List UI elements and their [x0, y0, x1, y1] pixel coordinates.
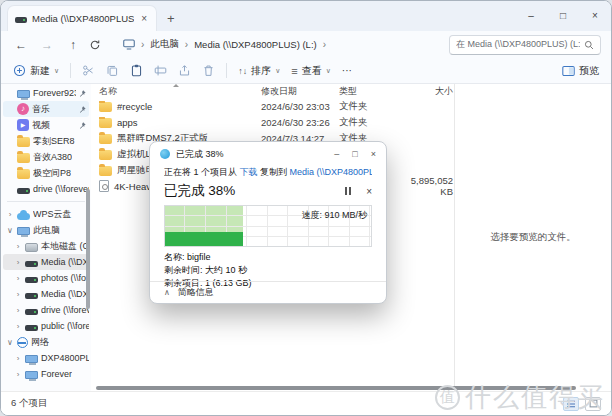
sidebar-item-dxp4800plus[interactable]: › DXP4800PLU: [3, 350, 89, 366]
file-date: 2024/6/30 23:03: [261, 101, 339, 112]
dialog-close-button[interactable]: ×: [371, 149, 376, 159]
sidebar-item-media-dxp-2[interactable]: › Media (\\DXP: [3, 286, 89, 302]
dialog-minimize-button[interactable]: –: [334, 149, 339, 159]
network-drive-icon: [25, 293, 38, 299]
new-button-label: 新建: [30, 64, 50, 78]
sidebar-item-forever923[interactable]: Forever923: [3, 85, 89, 101]
refresh-button[interactable]: [89, 39, 109, 51]
forward-button[interactable]: →: [37, 38, 57, 52]
sidebar-item-wps-cloud[interactable]: › WPS云盘: [3, 206, 89, 222]
horizontal-scrollbar[interactable]: [96, 386, 576, 390]
sidebar-divider: [7, 201, 85, 202]
new-tab-button[interactable]: +: [167, 11, 175, 26]
sort-button[interactable]: ↑↓ 排序 ∨: [238, 64, 280, 78]
sidebar-item-label: 网络: [31, 336, 49, 349]
sidebar-item-ser8[interactable]: 零刻SER8: [3, 133, 89, 149]
paste-button[interactable]: [130, 64, 143, 77]
source-folder-link[interactable]: 下载: [240, 167, 258, 177]
dialog-maximize-button[interactable]: □: [352, 149, 357, 159]
cut-button[interactable]: [82, 64, 95, 77]
search-input[interactable]: 在 Media (\\DXP4800PLUS) (L:) 中: [449, 35, 601, 55]
folder-icon: [99, 166, 112, 176]
sidebar-item-videos[interactable]: ▶ 视频: [3, 117, 89, 133]
tab-close-icon[interactable]: ×: [139, 13, 149, 24]
chevron-down-icon: ∨: [54, 67, 59, 75]
explorer-tab[interactable]: Media (\\DXP4800PLUS) (L:) ×: [7, 5, 157, 31]
chevron-down-icon[interactable]: ∨: [6, 226, 14, 235]
this-pc-icon: [123, 39, 135, 50]
up-button[interactable]: ↑: [63, 38, 83, 52]
column-header-date[interactable]: 修改日期: [261, 85, 339, 98]
chevron-right-icon[interactable]: ›: [14, 306, 22, 315]
share-button[interactable]: [178, 64, 191, 77]
close-button[interactable]: ×: [579, 1, 611, 29]
sidebar-item-local-disk-c[interactable]: › 本地磁盘 (C:): [3, 238, 89, 254]
column-header-type[interactable]: 类型: [339, 85, 401, 98]
copy-dialog-icon: [160, 149, 170, 159]
sidebar-item-label: Forever923: [33, 88, 76, 98]
breadcrumb-this-pc[interactable]: 此电脑: [150, 38, 179, 51]
pin-icon: [79, 106, 86, 113]
sidebar-item-p8[interactable]: 极空间P8: [3, 165, 89, 181]
sidebar-item-this-pc[interactable]: ∨ 此电脑: [3, 222, 89, 238]
search-placeholder: 在 Media (\\DXP4800PLUS) (L:) 中: [456, 38, 580, 51]
sidebar-item-network[interactable]: ∨ 网络: [3, 334, 89, 350]
details-view-button[interactable]: [563, 397, 579, 411]
chevron-right-icon: ›: [141, 39, 144, 50]
sort-ascending-icon: [173, 84, 179, 87]
sidebar-item-media-dxp-selected[interactable]: › Media (\\DXP: [3, 254, 89, 270]
chevron-right-icon[interactable]: ›: [14, 258, 22, 267]
breadcrumb-current[interactable]: Media (\\DXP4800PLUS) (L:): [194, 39, 317, 50]
chevron-right-icon[interactable]: ›: [6, 210, 14, 219]
chevron-right-icon[interactable]: ›: [14, 354, 22, 363]
sidebar-item-music[interactable]: ♪ 音乐: [3, 101, 89, 117]
sidebar-item-forever[interactable]: › Forever: [3, 366, 89, 382]
back-button[interactable]: ←: [11, 38, 31, 52]
file-date: 2024/6/30 23:26: [261, 117, 339, 128]
new-button[interactable]: 新建 ∨: [13, 64, 59, 78]
cancel-copy-button[interactable]: ×: [366, 186, 372, 197]
toolbar-separator: [226, 63, 227, 78]
maximize-button[interactable]: □: [547, 1, 579, 29]
large-icons-view-button[interactable]: [585, 397, 601, 411]
toolbar-separator: [70, 63, 71, 78]
copy-button[interactable]: [106, 64, 119, 77]
network-drive-icon: [25, 325, 38, 331]
sidebar-item-a380[interactable]: 音效A380: [3, 149, 89, 165]
items-count: 6 个项目: [11, 397, 47, 410]
chevron-right-icon[interactable]: ›: [14, 322, 22, 331]
preview-toggle-button[interactable]: 预览: [562, 64, 599, 78]
sidebar-item-photos[interactable]: › photos (\\fore: [3, 270, 89, 286]
sidebar-item-drive-2[interactable]: › drive (\\forev: [3, 302, 89, 318]
sidebar-item-drive[interactable]: drive (\\forever: [3, 181, 89, 197]
table-row[interactable]: apps 2024/6/30 23:26 文件夹: [91, 114, 454, 130]
fewer-details-toggle[interactable]: ∧ 简略信息: [150, 281, 386, 303]
copy-icon: [106, 64, 119, 77]
destination-folder-link[interactable]: Media (\\DXP4800PLUS) (L:): [290, 167, 372, 177]
sidebar-scrollbar[interactable]: [86, 189, 90, 309]
sidebar-item-public[interactable]: › public (\\fore: [3, 318, 89, 334]
sort-button-label: 排序: [251, 64, 271, 78]
tab-strip: Media (\\DXP4800PLUS) (L:) × + – □ ×: [1, 1, 611, 31]
pc-icon: [25, 355, 38, 363]
chevron-down-icon: ∨: [326, 67, 331, 75]
network-drive-icon: [17, 188, 30, 194]
chevron-down-icon[interactable]: ∨: [6, 338, 14, 347]
chevron-right-icon[interactable]: ›: [14, 274, 22, 283]
search-icon[interactable]: [584, 40, 594, 50]
view-button-label: 查看: [302, 64, 322, 78]
preview-button-label: 预览: [579, 64, 599, 78]
delete-button[interactable]: [202, 64, 215, 77]
chevron-right-icon[interactable]: ›: [14, 290, 22, 299]
name-value: bigfile: [187, 252, 211, 262]
pause-button[interactable]: [345, 187, 351, 195]
table-row[interactable]: #recycle 2024/6/30 23:03 文件夹: [91, 98, 454, 114]
column-header-size[interactable]: 大小: [401, 85, 453, 98]
more-options-button[interactable]: ···: [342, 65, 352, 76]
chevron-right-icon[interactable]: ›: [14, 370, 22, 379]
cloud-icon: [17, 213, 30, 220]
rename-button[interactable]: [154, 64, 167, 77]
minimize-button[interactable]: –: [515, 1, 547, 29]
chevron-right-icon[interactable]: ›: [14, 242, 22, 251]
view-button[interactable]: ≡ 查看 ∨: [291, 64, 331, 78]
